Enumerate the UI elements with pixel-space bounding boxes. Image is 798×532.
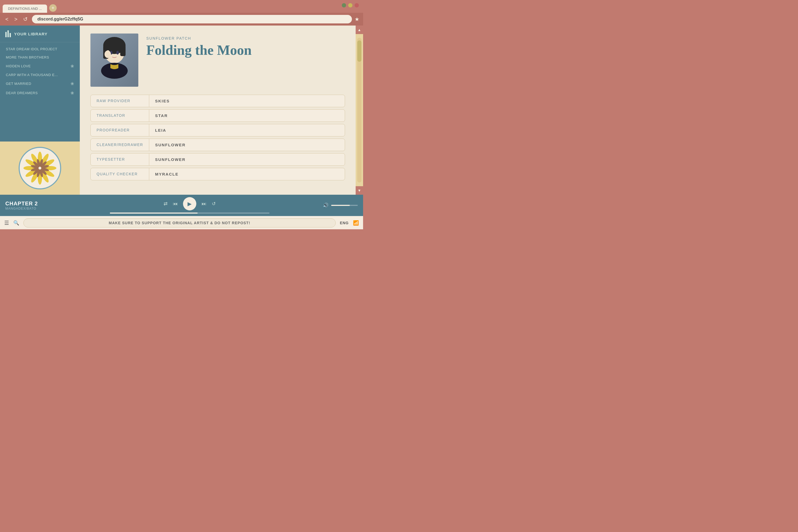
svg-rect-28 [120, 45, 126, 56]
sunflower-svg [23, 151, 57, 185]
sidebar-item-dear-dreamers[interactable]: DEAR DREAMERS ❀ [0, 88, 80, 98]
player-controls: ⇄ ⏮ ▶ ⏭ ↺ [69, 197, 310, 214]
character-illustration [91, 34, 138, 87]
progress-bar[interactable] [110, 212, 269, 214]
status-bar: ☰ 🔍 MAKE SURE TO SUPPORT THE ORIGINAL AR… [0, 216, 363, 229]
new-tab-button[interactable]: + [49, 4, 57, 12]
sidebar-item-hidden-love[interactable]: HIDDEN LOVE ❀ [0, 61, 80, 71]
credit-box-typesetter: TYPESETTER SUNFLOWER [91, 153, 345, 166]
player-buttons: ⇄ ⏮ ▶ ⏭ ↺ [164, 197, 216, 210]
scroll-thumb[interactable] [357, 40, 361, 62]
sidebar-item-star-dream[interactable]: STAR DREAM IDOL PROJECT [0, 45, 80, 53]
favorite-icon: ❀ [71, 63, 74, 69]
player-info: CHAPTER 2 MANGADEX/BATO [5, 201, 64, 210]
volume-area: 🔊 [315, 203, 358, 208]
scroll-up-button[interactable]: ▲ [356, 25, 363, 34]
source-label: MANGADEX/BATO [5, 207, 64, 210]
prev-button[interactable]: ⏮ [173, 201, 178, 207]
credit-row-translator: TRANSLATOR STAR [91, 109, 345, 122]
publisher-name: SUNFLOWER PATCH [146, 36, 345, 40]
credit-row-typesetter: TYPESETTER SUNFLOWER [91, 153, 345, 166]
refresh-button[interactable]: ↺ [22, 15, 29, 23]
credit-row-raw: RAW PROVIDER SKIES [91, 95, 345, 107]
credit-row-cleaner: CLEANER/REDRAWER SUNFLOWER [91, 138, 345, 151]
tab-bar: DEFINITIONS AND ... + [0, 0, 363, 13]
content-wrapper: YOUR LIBRARY STAR DREAM IDOL PROJECT MOR… [0, 25, 363, 195]
wifi-icon: 📶 [353, 220, 359, 226]
play-button[interactable]: ▶ [183, 197, 196, 210]
sidebar-item-carp[interactable]: CARP WITH A THOUSAND E... [0, 71, 80, 79]
sidebar-item-get-married[interactable]: GET MARRIED ❀ [0, 79, 80, 88]
sidebar-logo [0, 141, 80, 195]
next-button[interactable]: ⏭ [202, 201, 206, 207]
scrollbar: ▲ ▼ [356, 25, 363, 195]
credit-box-raw: RAW PROVIDER SKIES [91, 95, 345, 107]
library-icon [5, 30, 11, 37]
library-list: STAR DREAM IDOL PROJECT MORE THAN BROTHE… [0, 42, 80, 141]
menu-icon[interactable]: ☰ [4, 220, 9, 226]
manga-title: Folding the Moon [146, 42, 345, 58]
minimize-button[interactable] [342, 3, 346, 7]
repeat-button[interactable]: ↺ [212, 201, 216, 207]
favorite-icon-2: ❀ [71, 81, 74, 86]
credit-row-proofreader: PROOFREADER LEIA [91, 124, 345, 136]
browser-chrome: DEFINITIONS AND ... + < > ↺ ★ [0, 0, 363, 25]
status-message: MAKE SURE TO SUPPORT THE ORIGINAL ARTIST… [23, 218, 336, 227]
sidebar-header: YOUR LIBRARY [0, 25, 80, 42]
sidebar: YOUR LIBRARY STAR DREAM IDOL PROJECT MOR… [0, 25, 80, 195]
tab-label: DEFINITIONS AND ... [8, 7, 42, 11]
sidebar-title: YOUR LIBRARY [14, 32, 48, 36]
sunflower-logo [19, 147, 61, 189]
chapter-label: CHAPTER 2 [5, 201, 64, 207]
progress-fill [110, 212, 198, 214]
bookmark-icon[interactable]: ★ [355, 16, 359, 22]
credit-box-translator: TRANSLATOR STAR [91, 109, 345, 122]
window-controls [342, 3, 359, 7]
manga-info: SUNFLOWER PATCH Folding the Moon [146, 34, 345, 87]
sidebar-item-more-than-brothers[interactable]: MORE THAN BROTHERS [0, 53, 80, 61]
forward-button[interactable]: > [13, 16, 19, 23]
back-button[interactable]: < [4, 16, 10, 23]
credit-box-cleaner: CLEANER/REDRAWER SUNFLOWER [91, 138, 345, 151]
volume-icon: 🔊 [323, 203, 328, 208]
svg-point-30 [116, 51, 119, 55]
search-icon[interactable]: 🔍 [13, 220, 19, 226]
credit-row-quality: QUALITY CHECKER MYRACLE [91, 168, 345, 180]
manga-header: SUNFLOWER PATCH Folding the Moon [91, 34, 345, 87]
maximize-button[interactable] [348, 3, 353, 7]
credit-box-quality: QUALITY CHECKER MYRACLE [91, 168, 345, 180]
address-bar[interactable] [32, 15, 352, 23]
svg-rect-35 [107, 50, 109, 55]
active-tab[interactable]: DEFINITIONS AND ... [3, 4, 47, 13]
volume-bar[interactable] [331, 205, 358, 206]
credit-box-proofreader: PROOFREADER LEIA [91, 124, 345, 136]
player-bar: CHAPTER 2 MANGADEX/BATO ⇄ ⏮ ▶ ⏭ ↺ 🔊 [0, 195, 363, 216]
scroll-down-button[interactable]: ▼ [356, 186, 363, 195]
close-button[interactable] [355, 3, 359, 7]
favorite-icon-3: ❀ [71, 91, 74, 95]
manga-cover [91, 34, 138, 87]
shuffle-button[interactable]: ⇄ [164, 201, 168, 207]
credits-section: RAW PROVIDER SKIES TRANSLATOR STAR PROOF… [91, 95, 345, 180]
nav-bar: < > ↺ ★ [0, 13, 363, 25]
language-label: ENG [340, 221, 349, 225]
scroll-track[interactable] [357, 38, 361, 183]
volume-fill [331, 205, 350, 206]
main-content: SUNFLOWER PATCH Folding the Moon RAW PRO… [80, 25, 356, 195]
